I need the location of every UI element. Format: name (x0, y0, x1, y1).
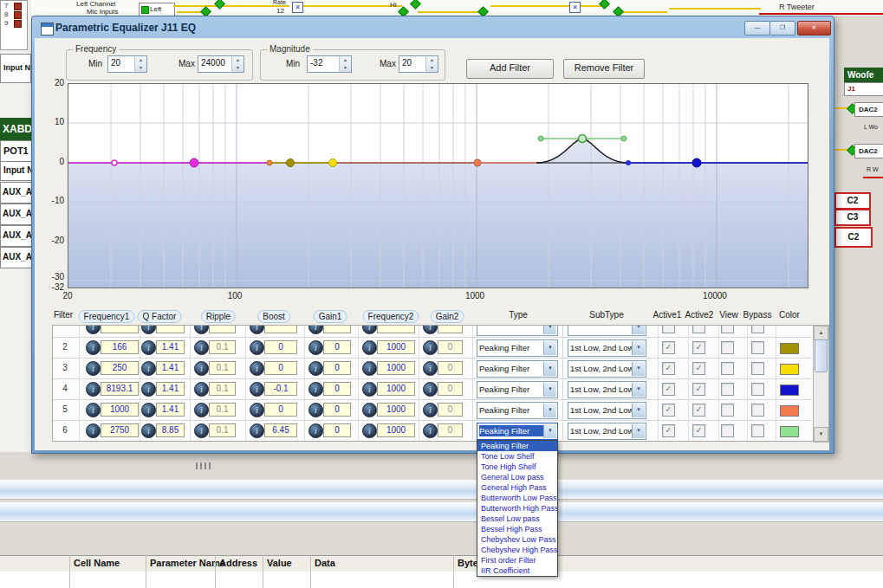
info-icon[interactable] (362, 403, 377, 417)
active2-checkbox[interactable]: ✓ (692, 424, 705, 437)
view-checkbox[interactable] (721, 383, 734, 396)
info-icon[interactable] (86, 361, 101, 376)
qfactor-value[interactable]: 1.41 (156, 382, 185, 396)
active1-checkbox[interactable] (662, 325, 675, 333)
info-icon[interactable] (194, 325, 209, 334)
bypass-checkbox[interactable] (751, 383, 764, 396)
bypass-checkbox[interactable] (751, 325, 764, 333)
dropdown-item[interactable]: Bessel Low pass (477, 514, 557, 524)
freq-max-value[interactable]: 24000 (201, 58, 225, 68)
ripple-value[interactable]: 0.1 (209, 403, 236, 417)
frequency2-value[interactable]: 1000 (377, 403, 415, 417)
chevron-down-icon[interactable] (632, 404, 645, 417)
gain1-value[interactable]: 0 (323, 340, 351, 354)
gain2-value[interactable]: 0 (438, 403, 463, 417)
boost-value[interactable] (264, 325, 297, 333)
dropdown-item[interactable]: Chebyshev High Pass (477, 545, 557, 555)
chevron-down-icon[interactable] (543, 362, 556, 376)
info-icon[interactable] (250, 340, 264, 355)
chevron-down-icon[interactable] (543, 341, 556, 355)
type-combobox[interactable] (477, 325, 558, 336)
subtype-combobox[interactable]: 1st Low, 2nd Low (568, 402, 646, 419)
info-icon[interactable] (86, 382, 101, 397)
info-icon[interactable] (308, 403, 323, 417)
maximize-button[interactable]: ❐ (769, 21, 795, 36)
info-icon[interactable] (362, 340, 377, 355)
chevron-down-icon[interactable] (632, 325, 645, 334)
eq-dot-magenta[interactable] (190, 158, 198, 167)
gain2-value[interactable]: 0 (438, 361, 463, 375)
dropdown-item[interactable]: Peaking Filter (477, 441, 557, 451)
ripple-value[interactable]: 0.1 (209, 361, 236, 375)
type-combobox-open[interactable]: Peaking Filter (477, 423, 558, 440)
qfactor-value[interactable] (156, 325, 185, 333)
splitter-handle[interactable] (196, 462, 211, 469)
scroll-thumb[interactable] (815, 339, 828, 372)
chevron-down-icon[interactable] (632, 424, 645, 438)
ripple-value[interactable]: 0.1 (209, 382, 236, 396)
table-scrollbar[interactable]: ▲ ▼ (813, 325, 829, 443)
info-icon[interactable] (423, 361, 438, 376)
spinner-buttons[interactable]: ▲▼ (134, 56, 146, 72)
info-icon[interactable] (194, 403, 209, 417)
add-filter-button[interactable]: Add Filter (466, 59, 554, 79)
chevron-down-icon[interactable] (543, 325, 556, 334)
ripple-value[interactable] (209, 325, 236, 333)
chevron-down-icon[interactable] (632, 341, 645, 355)
eq-dot-salmon[interactable] (474, 159, 481, 166)
chevron-down-icon[interactable] (632, 383, 645, 397)
info-icon[interactable] (141, 361, 156, 376)
eq-dot-blue[interactable] (692, 158, 701, 167)
info-icon[interactable] (141, 325, 156, 334)
boost-value[interactable]: -0.1 (264, 382, 297, 396)
info-icon[interactable] (423, 340, 438, 355)
spinner-buttons[interactable]: ▲▼ (231, 56, 243, 72)
info-icon[interactable] (308, 382, 323, 397)
frequency2-value[interactable]: 1000 (377, 340, 415, 354)
handle-endpoint[interactable] (538, 136, 543, 141)
gain2-value[interactable]: 0 (438, 423, 463, 437)
info-icon[interactable] (194, 361, 209, 376)
frequency2-value[interactable]: 1000 (377, 382, 415, 396)
eq-dot-yellow[interactable] (329, 159, 337, 167)
frequency2-value[interactable]: 1000 (377, 361, 415, 375)
info-icon[interactable] (423, 382, 438, 397)
chevron-down-icon[interactable] (632, 362, 645, 376)
info-icon[interactable] (86, 325, 101, 334)
active1-checkbox[interactable]: ✓ (662, 404, 675, 417)
active1-checkbox[interactable]: ✓ (662, 383, 675, 396)
color-swatch[interactable] (780, 405, 799, 417)
frequency1-value[interactable]: 166 (101, 340, 139, 354)
subtype-combobox[interactable]: 1st Low, 2nd Low (568, 423, 646, 440)
active2-checkbox[interactable]: ✓ (692, 404, 705, 417)
chevron-down-icon[interactable] (543, 404, 556, 417)
eq-dot-blue-small[interactable] (626, 160, 631, 165)
active1-checkbox[interactable]: ✓ (662, 424, 675, 437)
eq-dot-orange[interactable] (267, 160, 272, 165)
info-icon[interactable] (141, 403, 156, 417)
gain1-value[interactable]: 0 (323, 423, 351, 437)
dropdown-item[interactable]: First order Filter (477, 555, 557, 565)
boost-value[interactable]: 0 (264, 340, 297, 354)
active2-checkbox[interactable]: ✓ (692, 362, 705, 375)
mag-max-value[interactable]: 20 (402, 58, 412, 68)
bypass-checkbox[interactable] (751, 424, 764, 437)
chevron-down-icon[interactable] (543, 424, 556, 438)
handle-endpoint[interactable] (621, 136, 627, 141)
freq-max-spinner[interactable]: 24000 ▲▼ (198, 55, 244, 73)
info-icon[interactable] (86, 423, 101, 438)
type-combobox[interactable]: Peaking Filter (477, 339, 558, 357)
view-checkbox[interactable] (721, 325, 734, 333)
info-icon[interactable] (194, 423, 209, 438)
color-swatch[interactable] (780, 364, 799, 375)
info-icon[interactable] (194, 382, 209, 397)
info-icon[interactable] (141, 382, 156, 397)
info-icon[interactable] (423, 423, 438, 438)
gain1-value[interactable]: 0 (323, 361, 351, 375)
active2-checkbox[interactable] (692, 325, 705, 333)
scroll-down-icon[interactable]: ▼ (814, 427, 828, 442)
frequency1-value[interactable]: 250 (101, 361, 139, 375)
chevron-down-icon[interactable] (543, 383, 556, 397)
frequency1-value[interactable] (101, 325, 139, 333)
dropdown-item[interactable]: Chebyshev Low Pass (477, 534, 557, 545)
